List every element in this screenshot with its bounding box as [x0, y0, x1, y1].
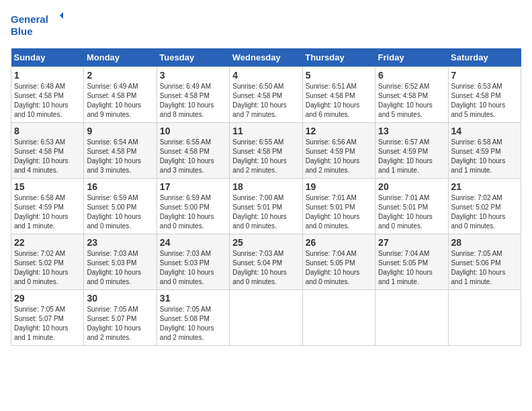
day-number: 14: [451, 126, 518, 136]
calendar-day-cell: 23Sunrise: 7:03 AM Sunset: 5:03 PM Dayli…: [84, 234, 157, 290]
day-info: Sunrise: 6:48 AM Sunset: 4:58 PM Dayligh…: [14, 82, 81, 120]
calendar-table: SundayMondayTuesdayWednesdayThursdayFrid…: [11, 48, 521, 346]
day-number: 13: [378, 126, 445, 136]
calendar-week-row: 29Sunrise: 7:05 AM Sunset: 5:07 PM Dayli…: [11, 290, 521, 346]
day-number: 18: [232, 181, 299, 192]
day-info: Sunrise: 6:51 AM Sunset: 4:58 PM Dayligh…: [306, 82, 372, 120]
day-number: 1: [14, 70, 81, 81]
day-number: 25: [232, 237, 299, 248]
calendar-day-cell: 16Sunrise: 6:59 AM Sunset: 5:00 PM Dayli…: [84, 179, 157, 234]
day-info: Sunrise: 7:05 AM Sunset: 5:07 PM Dayligh…: [14, 305, 81, 342]
day-info: Sunrise: 6:59 AM Sunset: 5:00 PM Dayligh…: [160, 193, 226, 231]
calendar-day-cell: 24Sunrise: 7:03 AM Sunset: 5:03 PM Dayli…: [157, 234, 229, 290]
day-number: 31: [160, 293, 226, 304]
day-number: 27: [378, 237, 445, 248]
day-number: 30: [87, 293, 153, 304]
day-info: Sunrise: 6:50 AM Sunset: 4:58 PM Dayligh…: [232, 82, 299, 120]
day-info: Sunrise: 6:59 AM Sunset: 5:00 PM Dayligh…: [87, 193, 153, 231]
day-number: 17: [160, 181, 226, 192]
logo: General Blue: [11, 11, 64, 40]
calendar-day-cell: 1Sunrise: 6:48 AM Sunset: 4:58 PM Daylig…: [11, 67, 84, 123]
calendar-week-row: 22Sunrise: 7:02 AM Sunset: 5:02 PM Dayli…: [11, 234, 521, 290]
day-info: Sunrise: 7:03 AM Sunset: 5:04 PM Dayligh…: [232, 249, 299, 287]
calendar-day-cell: 8Sunrise: 6:53 AM Sunset: 4:58 PM Daylig…: [11, 123, 84, 179]
calendar-day-cell: 25Sunrise: 7:03 AM Sunset: 5:04 PM Dayli…: [230, 234, 302, 290]
calendar-day-cell: 14Sunrise: 6:58 AM Sunset: 4:59 PM Dayli…: [448, 123, 521, 179]
day-number: 12: [306, 126, 372, 136]
weekday-header-cell: Sunday: [11, 48, 84, 67]
calendar-day-cell: 20Sunrise: 7:01 AM Sunset: 5:01 PM Dayli…: [375, 179, 448, 234]
day-number: 2: [87, 70, 153, 81]
day-info: Sunrise: 6:54 AM Sunset: 4:58 PM Dayligh…: [87, 138, 153, 175]
day-info: Sunrise: 7:03 AM Sunset: 5:03 PM Dayligh…: [160, 249, 226, 287]
day-info: Sunrise: 6:57 AM Sunset: 4:59 PM Dayligh…: [378, 138, 445, 175]
day-info: Sunrise: 7:04 AM Sunset: 5:05 PM Dayligh…: [306, 249, 372, 287]
day-info: Sunrise: 7:03 AM Sunset: 5:03 PM Dayligh…: [87, 249, 153, 287]
weekday-header-cell: Friday: [375, 48, 448, 67]
weekday-header-cell: Tuesday: [157, 48, 229, 67]
day-info: Sunrise: 7:05 AM Sunset: 5:07 PM Dayligh…: [87, 305, 153, 342]
day-number: 29: [14, 293, 81, 304]
day-number: 4: [232, 70, 299, 81]
page-header: General Blue: [11, 11, 521, 40]
weekday-header-cell: Thursday: [302, 48, 375, 67]
day-info: Sunrise: 6:49 AM Sunset: 4:58 PM Dayligh…: [160, 82, 226, 120]
day-info: Sunrise: 6:56 AM Sunset: 4:59 PM Dayligh…: [306, 138, 372, 175]
day-number: 15: [14, 181, 81, 192]
calendar-day-cell: 19Sunrise: 7:01 AM Sunset: 5:01 PM Dayli…: [302, 179, 375, 234]
calendar-day-cell: [302, 290, 375, 346]
day-number: 10: [160, 126, 226, 136]
day-number: 22: [14, 237, 81, 248]
calendar-day-cell: 29Sunrise: 7:05 AM Sunset: 5:07 PM Dayli…: [11, 290, 84, 346]
day-info: Sunrise: 6:58 AM Sunset: 4:59 PM Dayligh…: [14, 193, 81, 231]
day-number: 6: [378, 70, 445, 81]
calendar-day-cell: 3Sunrise: 6:49 AM Sunset: 4:58 PM Daylig…: [157, 67, 229, 123]
calendar-day-cell: 17Sunrise: 6:59 AM Sunset: 5:00 PM Dayli…: [157, 179, 229, 234]
day-info: Sunrise: 7:01 AM Sunset: 5:01 PM Dayligh…: [378, 193, 445, 231]
calendar-day-cell: 2Sunrise: 6:49 AM Sunset: 4:58 PM Daylig…: [84, 67, 157, 123]
svg-text:Blue: Blue: [11, 26, 33, 37]
day-info: Sunrise: 6:52 AM Sunset: 4:58 PM Dayligh…: [378, 82, 445, 120]
day-info: Sunrise: 7:02 AM Sunset: 5:02 PM Dayligh…: [14, 249, 81, 287]
day-number: 19: [306, 181, 372, 192]
weekday-header-cell: Monday: [84, 48, 157, 67]
calendar-day-cell: 7Sunrise: 6:53 AM Sunset: 4:58 PM Daylig…: [448, 67, 521, 123]
calendar-day-cell: 21Sunrise: 7:02 AM Sunset: 5:02 PM Dayli…: [448, 179, 521, 234]
svg-marker-3: [60, 12, 63, 19]
calendar-day-cell: 18Sunrise: 7:00 AM Sunset: 5:01 PM Dayli…: [230, 179, 302, 234]
calendar-day-cell: 12Sunrise: 6:56 AM Sunset: 4:59 PM Dayli…: [302, 123, 375, 179]
day-info: Sunrise: 6:55 AM Sunset: 4:58 PM Dayligh…: [160, 138, 226, 175]
day-number: 11: [232, 126, 299, 136]
day-info: Sunrise: 6:55 AM Sunset: 4:58 PM Dayligh…: [232, 138, 299, 175]
day-number: 20: [378, 181, 445, 192]
calendar-day-cell: 6Sunrise: 6:52 AM Sunset: 4:58 PM Daylig…: [375, 67, 448, 123]
day-number: 9: [87, 126, 153, 136]
day-number: 8: [14, 126, 81, 136]
calendar-day-cell: 31Sunrise: 7:05 AM Sunset: 5:08 PM Dayli…: [157, 290, 229, 346]
day-number: 26: [306, 237, 372, 248]
calendar-day-cell: 13Sunrise: 6:57 AM Sunset: 4:59 PM Dayli…: [375, 123, 448, 179]
day-info: Sunrise: 6:58 AM Sunset: 4:59 PM Dayligh…: [451, 138, 518, 175]
day-info: Sunrise: 6:49 AM Sunset: 4:58 PM Dayligh…: [87, 82, 153, 120]
calendar-day-cell: 30Sunrise: 7:05 AM Sunset: 5:07 PM Dayli…: [84, 290, 157, 346]
logo-svg: General Blue: [11, 11, 64, 40]
day-number: 3: [160, 70, 226, 81]
day-info: Sunrise: 7:05 AM Sunset: 5:06 PM Dayligh…: [451, 249, 518, 287]
svg-text:General: General: [11, 13, 48, 25]
day-info: Sunrise: 6:53 AM Sunset: 4:58 PM Dayligh…: [14, 138, 81, 175]
calendar-day-cell: 5Sunrise: 6:51 AM Sunset: 4:58 PM Daylig…: [302, 67, 375, 123]
calendar-day-cell: 10Sunrise: 6:55 AM Sunset: 4:58 PM Dayli…: [157, 123, 229, 179]
day-info: Sunrise: 7:02 AM Sunset: 5:02 PM Dayligh…: [451, 193, 518, 231]
day-info: Sunrise: 7:01 AM Sunset: 5:01 PM Dayligh…: [306, 193, 372, 231]
weekday-header-cell: Wednesday: [230, 48, 302, 67]
calendar-week-row: 1Sunrise: 6:48 AM Sunset: 4:58 PM Daylig…: [11, 67, 521, 123]
calendar-day-cell: 9Sunrise: 6:54 AM Sunset: 4:58 PM Daylig…: [84, 123, 157, 179]
day-number: 23: [87, 237, 153, 248]
calendar-day-cell: 26Sunrise: 7:04 AM Sunset: 5:05 PM Dayli…: [302, 234, 375, 290]
day-number: 16: [87, 181, 153, 192]
day-number: 5: [306, 70, 372, 81]
calendar-day-cell: 28Sunrise: 7:05 AM Sunset: 5:06 PM Dayli…: [448, 234, 521, 290]
day-info: Sunrise: 6:53 AM Sunset: 4:58 PM Dayligh…: [451, 82, 518, 120]
weekday-header-row: SundayMondayTuesdayWednesdayThursdayFrid…: [11, 48, 521, 67]
day-number: 7: [451, 70, 518, 81]
